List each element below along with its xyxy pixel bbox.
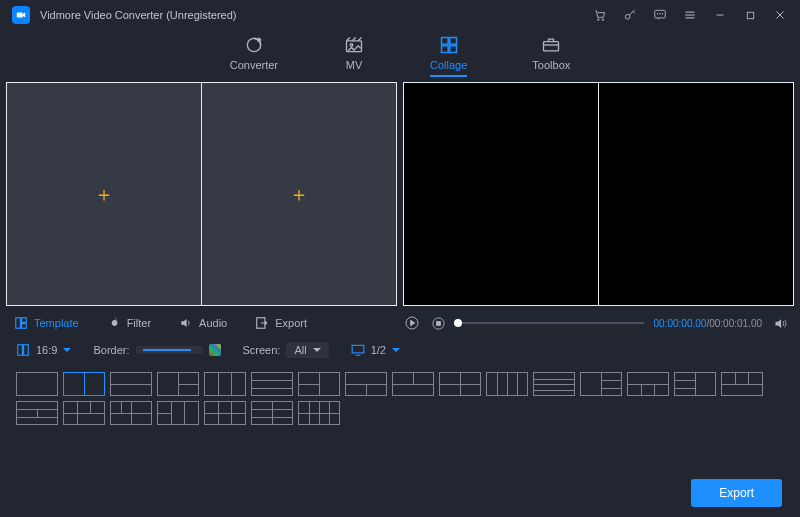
export-button[interactable]: Export [691, 479, 782, 507]
etab-label: Template [34, 317, 79, 329]
etab-label: Filter [127, 317, 151, 329]
template-item[interactable] [204, 372, 246, 396]
template-item[interactable] [486, 372, 528, 396]
key-icon[interactable] [622, 7, 638, 23]
svg-rect-30 [18, 345, 23, 356]
tab-converter[interactable]: Converter [230, 35, 278, 77]
play-button[interactable] [404, 315, 420, 331]
border-option: Border: [93, 344, 220, 356]
svg-point-3 [625, 14, 630, 19]
audio-icon [179, 316, 193, 330]
belt: Template Filter Audio Export 00:00:00.00… [0, 306, 800, 336]
template-item[interactable] [63, 401, 105, 425]
screen-page-dropdown[interactable]: 1/2 [351, 344, 400, 356]
border-label: Border: [93, 344, 129, 356]
template-item[interactable] [580, 372, 622, 396]
tab-collage[interactable]: Collage [430, 35, 467, 77]
filter-icon [107, 316, 121, 330]
volume-button[interactable] [772, 315, 788, 331]
etab-template[interactable]: Template [14, 316, 79, 330]
template-item[interactable] [674, 372, 716, 396]
player-controls: 00:00:00.00/00:00:01.00 [404, 310, 794, 336]
menu-icon[interactable] [682, 7, 698, 23]
editor-panel: ＋ ＋ [6, 82, 397, 306]
maximize-button[interactable] [742, 7, 758, 23]
minimize-button[interactable] [712, 7, 728, 23]
template-item[interactable] [16, 372, 58, 396]
template-item[interactable] [251, 401, 293, 425]
border-preview [143, 349, 191, 351]
svg-point-1 [597, 19, 599, 21]
template-item[interactable] [298, 401, 340, 425]
stop-button[interactable] [430, 315, 446, 331]
template-item[interactable] [392, 372, 434, 396]
template-item[interactable] [298, 372, 340, 396]
template-item[interactable] [439, 372, 481, 396]
window-title: Vidmore Video Converter (Unregistered) [40, 9, 582, 21]
preview-canvas [403, 82, 794, 306]
template-item[interactable] [157, 401, 199, 425]
close-button[interactable] [772, 7, 788, 23]
aspect-ratio-dropdown[interactable]: 16:9 [16, 343, 71, 357]
chevron-down-icon [392, 348, 400, 352]
template-item[interactable] [157, 372, 199, 396]
etab-audio[interactable]: Audio [179, 316, 227, 330]
screen-dropdown[interactable]: All [286, 342, 328, 358]
svg-rect-19 [450, 38, 457, 45]
svg-rect-0 [17, 13, 23, 18]
svg-point-5 [657, 13, 658, 14]
converter-icon [243, 35, 265, 55]
template-item[interactable] [721, 372, 763, 396]
svg-rect-31 [24, 345, 29, 356]
svg-rect-32 [352, 345, 364, 353]
titlebar: Vidmore Video Converter (Unregistered) [0, 0, 800, 30]
template-icon [14, 316, 28, 330]
template-item[interactable] [251, 372, 293, 396]
template-item[interactable] [345, 372, 387, 396]
preview-panel [403, 82, 794, 306]
toolbox-icon [540, 35, 562, 55]
tab-label: MV [346, 59, 363, 71]
template-item[interactable] [627, 372, 669, 396]
tab-label: Toolbox [532, 59, 570, 71]
collage-cell-add[interactable]: ＋ [202, 83, 396, 305]
progress-bar[interactable] [456, 322, 644, 324]
template-item[interactable] [63, 372, 105, 396]
border-color-picker[interactable] [209, 344, 221, 356]
etab-filter[interactable]: Filter [107, 316, 151, 330]
template-options: 16:9 Border: Screen: All 1/2 [0, 336, 800, 364]
svg-rect-25 [22, 324, 27, 329]
main-tabs: Converter MV Collage Toolbox [0, 30, 800, 78]
progress-thumb[interactable] [454, 319, 462, 327]
template-item[interactable] [110, 372, 152, 396]
template-item[interactable] [110, 401, 152, 425]
svg-rect-23 [16, 318, 21, 329]
template-item[interactable] [204, 401, 246, 425]
template-item[interactable] [533, 372, 575, 396]
mv-icon [343, 35, 365, 55]
svg-point-7 [662, 13, 663, 14]
app-logo [12, 6, 30, 24]
preview-cell [404, 83, 599, 305]
screen-label: Screen: [243, 344, 281, 356]
plus-icon: ＋ [289, 184, 309, 204]
template-grid [0, 364, 800, 429]
cart-icon[interactable] [592, 7, 608, 23]
tab-mv[interactable]: MV [343, 35, 365, 77]
screen-option: Screen: All [243, 342, 329, 358]
page-value: 1/2 [371, 344, 386, 356]
current-time: 00:00:00.00 [654, 318, 707, 329]
border-style-dropdown[interactable] [136, 346, 203, 354]
etab-export[interactable]: Export [255, 316, 307, 330]
tab-toolbox[interactable]: Toolbox [532, 35, 570, 77]
svg-rect-24 [22, 318, 27, 323]
window-controls [592, 7, 788, 23]
template-item[interactable] [16, 401, 58, 425]
tab-label: Converter [230, 59, 278, 71]
svg-point-17 [350, 44, 353, 47]
feedback-icon[interactable] [652, 7, 668, 23]
preview-cell [599, 83, 793, 305]
collage-cell-add[interactable]: ＋ [7, 83, 202, 305]
plus-icon: ＋ [94, 184, 114, 204]
collage-canvas: ＋ ＋ [6, 82, 397, 306]
